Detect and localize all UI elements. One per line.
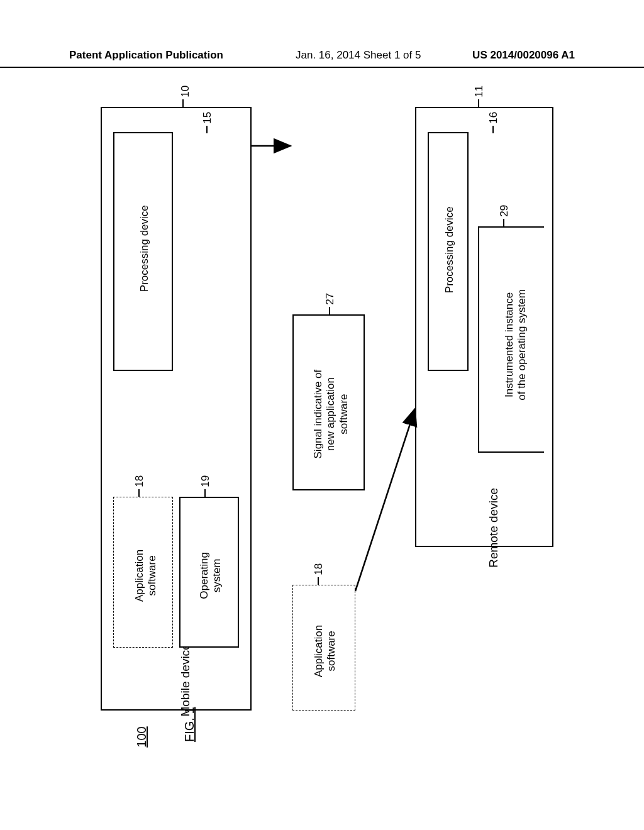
ref-100: 100 bbox=[134, 721, 149, 753]
figure-label: FIG. 1 bbox=[182, 707, 197, 742]
leader-11 bbox=[478, 99, 479, 107]
svg-line-1 bbox=[355, 409, 415, 591]
ref-11: 11 bbox=[473, 85, 486, 97]
ref-10: 10 bbox=[179, 85, 192, 97]
diagram-arrows bbox=[101, 107, 553, 711]
diagram-canvas: 10 Mobile device 15 Processing device 18… bbox=[101, 107, 553, 711]
header-middle: Jan. 16, 2014 Sheet 1 of 5 bbox=[296, 49, 421, 62]
leader-10 bbox=[182, 99, 184, 107]
header-right: US 2014/0020096 A1 bbox=[472, 49, 575, 62]
header-left: Patent Application Publication bbox=[69, 49, 223, 62]
patent-header: Patent Application Publication Jan. 16, … bbox=[0, 49, 644, 68]
